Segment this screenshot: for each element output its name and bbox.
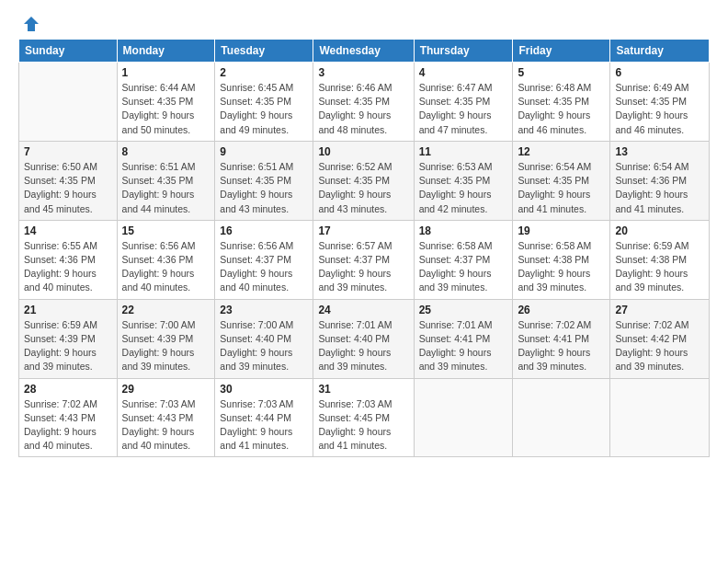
day-cell	[414, 378, 513, 457]
day-cell: 10Sunrise: 6:52 AM Sunset: 4:35 PM Dayli…	[313, 141, 414, 220]
day-info: Sunrise: 6:55 AM Sunset: 4:36 PM Dayligh…	[24, 239, 112, 295]
calendar-table: SundayMondayTuesdayWednesdayThursdayFrid…	[18, 39, 710, 457]
day-number: 26	[518, 304, 605, 316]
day-cell: 19Sunrise: 6:58 AM Sunset: 4:38 PM Dayli…	[513, 220, 610, 299]
day-info: Sunrise: 6:44 AM Sunset: 4:35 PM Dayligh…	[122, 81, 210, 137]
day-number: 15	[122, 224, 210, 237]
day-cell: 28Sunrise: 7:02 AM Sunset: 4:43 PM Dayli…	[19, 378, 118, 457]
day-number: 11	[419, 145, 508, 158]
weekday-header-monday: Monday	[117, 40, 215, 63]
day-info: Sunrise: 6:54 AM Sunset: 4:36 PM Dayligh…	[615, 160, 704, 216]
day-info: Sunrise: 6:54 AM Sunset: 4:35 PM Dayligh…	[518, 160, 605, 216]
day-info: Sunrise: 7:01 AM Sunset: 4:41 PM Dayligh…	[419, 318, 508, 374]
week-row-1: 1Sunrise: 6:44 AM Sunset: 4:35 PM Daylig…	[19, 63, 710, 142]
day-info: Sunrise: 7:02 AM Sunset: 4:42 PM Dayligh…	[615, 318, 704, 374]
calendar-page: SundayMondayTuesdayWednesdayThursdayFrid…	[0, 0, 728, 563]
day-cell	[610, 378, 710, 457]
day-cell: 30Sunrise: 7:03 AM Sunset: 4:44 PM Dayli…	[215, 378, 313, 457]
day-number: 18	[419, 224, 508, 237]
day-info: Sunrise: 6:58 AM Sunset: 4:38 PM Dayligh…	[518, 239, 605, 295]
day-cell: 26Sunrise: 7:02 AM Sunset: 4:41 PM Dayli…	[513, 299, 610, 378]
weekday-header-thursday: Thursday	[414, 40, 513, 63]
weekday-header-wednesday: Wednesday	[313, 40, 414, 63]
day-info: Sunrise: 6:48 AM Sunset: 4:35 PM Dayligh…	[518, 81, 605, 137]
day-number: 30	[220, 383, 308, 396]
day-info: Sunrise: 6:58 AM Sunset: 4:37 PM Dayligh…	[419, 239, 508, 295]
day-cell: 20Sunrise: 6:59 AM Sunset: 4:38 PM Dayli…	[610, 220, 710, 299]
day-info: Sunrise: 7:03 AM Sunset: 4:43 PM Dayligh…	[122, 397, 210, 454]
day-info: Sunrise: 6:57 AM Sunset: 4:37 PM Dayligh…	[318, 239, 408, 295]
day-cell: 6Sunrise: 6:49 AM Sunset: 4:35 PM Daylig…	[610, 63, 710, 142]
day-info: Sunrise: 7:02 AM Sunset: 4:41 PM Dayligh…	[518, 318, 605, 374]
day-number: 16	[220, 224, 308, 237]
day-cell: 13Sunrise: 6:54 AM Sunset: 4:36 PM Dayli…	[610, 141, 710, 220]
day-cell: 8Sunrise: 6:51 AM Sunset: 4:35 PM Daylig…	[117, 141, 215, 220]
day-info: Sunrise: 7:02 AM Sunset: 4:43 PM Dayligh…	[24, 397, 112, 454]
day-number: 31	[318, 383, 408, 396]
day-number: 9	[220, 145, 308, 158]
day-info: Sunrise: 6:49 AM Sunset: 4:35 PM Dayligh…	[615, 81, 704, 137]
day-number: 5	[518, 66, 605, 79]
day-cell: 21Sunrise: 6:59 AM Sunset: 4:39 PM Dayli…	[19, 299, 118, 378]
day-number: 1	[122, 66, 210, 79]
logo	[18, 15, 40, 33]
day-info: Sunrise: 6:59 AM Sunset: 4:38 PM Dayligh…	[615, 239, 704, 295]
day-info: Sunrise: 6:59 AM Sunset: 4:39 PM Dayligh…	[24, 318, 112, 374]
day-number: 8	[122, 145, 210, 158]
day-cell: 18Sunrise: 6:58 AM Sunset: 4:37 PM Dayli…	[414, 220, 513, 299]
day-cell: 29Sunrise: 7:03 AM Sunset: 4:43 PM Dayli…	[117, 378, 215, 457]
day-info: Sunrise: 7:00 AM Sunset: 4:40 PM Dayligh…	[220, 318, 308, 374]
day-cell: 31Sunrise: 7:03 AM Sunset: 4:45 PM Dayli…	[313, 378, 414, 457]
day-number: 10	[318, 145, 408, 158]
week-row-5: 28Sunrise: 7:02 AM Sunset: 4:43 PM Dayli…	[19, 378, 710, 457]
day-info: Sunrise: 6:45 AM Sunset: 4:35 PM Dayligh…	[220, 81, 308, 137]
day-cell: 25Sunrise: 7:01 AM Sunset: 4:41 PM Dayli…	[414, 299, 513, 378]
day-cell: 27Sunrise: 7:02 AM Sunset: 4:42 PM Dayli…	[610, 299, 710, 378]
day-cell: 11Sunrise: 6:53 AM Sunset: 4:35 PM Dayli…	[414, 141, 513, 220]
day-cell	[513, 378, 610, 457]
day-number: 23	[220, 304, 308, 316]
day-number: 17	[318, 224, 408, 237]
day-number: 20	[615, 224, 704, 237]
day-number: 19	[518, 224, 605, 237]
day-info: Sunrise: 6:50 AM Sunset: 4:35 PM Dayligh…	[24, 160, 112, 216]
day-number: 13	[615, 145, 704, 158]
day-cell: 22Sunrise: 7:00 AM Sunset: 4:39 PM Dayli…	[117, 299, 215, 378]
day-number: 2	[220, 66, 308, 79]
day-info: Sunrise: 6:47 AM Sunset: 4:35 PM Dayligh…	[419, 81, 508, 137]
day-number: 14	[24, 224, 112, 237]
day-number: 6	[615, 66, 704, 79]
week-row-3: 14Sunrise: 6:55 AM Sunset: 4:36 PM Dayli…	[19, 220, 710, 299]
week-row-4: 21Sunrise: 6:59 AM Sunset: 4:39 PM Dayli…	[19, 299, 710, 378]
day-info: Sunrise: 7:00 AM Sunset: 4:39 PM Dayligh…	[122, 318, 210, 374]
day-cell	[19, 63, 118, 142]
weekday-header-row: SundayMondayTuesdayWednesdayThursdayFrid…	[19, 40, 710, 63]
weekday-header-tuesday: Tuesday	[215, 40, 313, 63]
day-info: Sunrise: 6:51 AM Sunset: 4:35 PM Dayligh…	[220, 160, 308, 216]
day-cell: 1Sunrise: 6:44 AM Sunset: 4:35 PM Daylig…	[117, 63, 215, 142]
day-number: 21	[24, 304, 112, 316]
day-cell: 9Sunrise: 6:51 AM Sunset: 4:35 PM Daylig…	[215, 141, 313, 220]
day-info: Sunrise: 6:52 AM Sunset: 4:35 PM Dayligh…	[318, 160, 408, 216]
weekday-header-saturday: Saturday	[610, 40, 710, 63]
day-cell: 3Sunrise: 6:46 AM Sunset: 4:35 PM Daylig…	[313, 63, 414, 142]
day-info: Sunrise: 6:53 AM Sunset: 4:35 PM Dayligh…	[419, 160, 508, 216]
day-info: Sunrise: 7:01 AM Sunset: 4:40 PM Dayligh…	[318, 318, 408, 374]
day-cell: 23Sunrise: 7:00 AM Sunset: 4:40 PM Dayli…	[215, 299, 313, 378]
day-number: 3	[318, 66, 408, 79]
day-number: 7	[24, 145, 112, 158]
day-cell: 12Sunrise: 6:54 AM Sunset: 4:35 PM Dayli…	[513, 141, 610, 220]
weekday-header-friday: Friday	[513, 40, 610, 63]
logo-icon	[22, 15, 40, 33]
day-number: 22	[122, 304, 210, 316]
day-info: Sunrise: 6:51 AM Sunset: 4:35 PM Dayligh…	[122, 160, 210, 216]
svg-marker-0	[24, 17, 39, 31]
day-cell: 4Sunrise: 6:47 AM Sunset: 4:35 PM Daylig…	[414, 63, 513, 142]
day-number: 29	[122, 383, 210, 396]
day-number: 24	[318, 304, 408, 316]
day-cell: 2Sunrise: 6:45 AM Sunset: 4:35 PM Daylig…	[215, 63, 313, 142]
day-cell: 14Sunrise: 6:55 AM Sunset: 4:36 PM Dayli…	[19, 220, 118, 299]
day-number: 4	[419, 66, 508, 79]
day-number: 28	[24, 383, 112, 396]
header	[18, 15, 710, 33]
